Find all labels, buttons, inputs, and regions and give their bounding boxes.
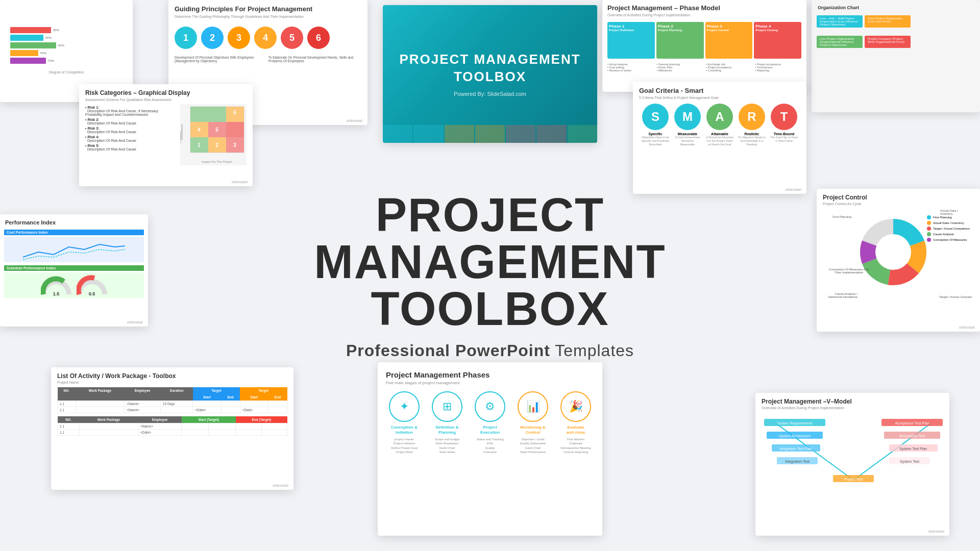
risk-item-4: • Risk 4: Description Of Risk And Cause: [85, 135, 175, 142]
donut-legend: Fine Planning Actual Data / Inventory Ta…: [927, 214, 970, 243]
phase-desc-1: project charterProject InitiationDefine …: [391, 437, 418, 455]
subtitle-bold: Professional PowerPoint: [346, 341, 550, 360]
phase-label-5: Evaluateand close: [567, 425, 585, 436]
cost-index-label: Cost Performance Index: [4, 230, 144, 235]
svg-text:Acceptance Test: Acceptance Test: [899, 434, 925, 438]
main-title: PROJECT MANAGEMENT TOOLBOX: [245, 191, 735, 332]
guiding-title: Guiding Principles For Project Managemen…: [168, 0, 368, 15]
perf-footer: slidesalad: [127, 320, 143, 324]
control-subtitle: Project Control As Cycle: [817, 202, 980, 209]
smart-t: T Time-Bound The Goal Has to Have a Time…: [770, 104, 798, 146]
smart-goals-slide[interactable]: Goal Criteria - Smart 5 Criteria That De…: [633, 82, 806, 194]
phase-desc-3: Status and TrackingKPIsQualityForecasts: [476, 437, 503, 455]
phase-model-subtitle: Overview of Activities During Project Im…: [602, 13, 806, 20]
vmodel-subtitle: Overview of Activities During Project Im…: [755, 406, 949, 414]
control-title: Project Control: [817, 189, 980, 202]
phase-3: Phase 3 Project Control: [705, 22, 753, 59]
phase-item-5: 🎉 Evaluateand close Post MortemCelebrate…: [557, 391, 595, 454]
table-row: 1.1<Date>: [58, 430, 287, 436]
smart-m: M Measurable A Goal Achievement Should b…: [674, 104, 702, 146]
bar-row: 70%: [10, 58, 122, 64]
smart-m-circle: M: [674, 104, 701, 130]
svg-rect-7: [190, 107, 208, 122]
risk-subtitle: Assessment Scheme For Qualitative Risk A…: [79, 98, 253, 104]
phase-bars: Phase 1 Project Definition Phase 2 Proje…: [602, 20, 806, 61]
svg-text:4: 4: [198, 127, 201, 133]
svg-text:1.5: 1.5: [53, 291, 60, 296]
bar-row: 55%: [10, 50, 122, 56]
phase-4: Phase 4 Project Closing: [754, 22, 801, 59]
svg-text:System Test: System Test: [900, 460, 919, 464]
smart-a-circle: A: [706, 104, 733, 130]
control-label-top: Fine Planning: [826, 215, 851, 218]
svg-text:Probability: Probability: [180, 131, 182, 143]
vmodel-title: Project Management –V–Model: [755, 393, 949, 406]
phase-circle-3: ⚙: [475, 391, 505, 422]
orgchart-slide[interactable]: Organization Chart Line – And – Staff Pr…: [812, 0, 980, 112]
risk-matrix: 1 2 3 4 5 6 Impact On The Project Occurr…: [180, 104, 247, 165]
performance-slide[interactable]: Performance Index Cost Performance Index…: [0, 214, 148, 327]
smart-subtitle: 5 Criteria That Define A Project Managem…: [633, 96, 806, 104]
phase-item-2: ⊞ Definition &Planning Scope and budgetW…: [428, 391, 467, 454]
hero-title: PROJECT MANAGEMENT TOOLBOX: [399, 51, 580, 86]
table-row: 1.1<Name><Date><Date>: [58, 407, 287, 413]
project-control-slide[interactable]: Project Control Project Control As Cycle…: [817, 189, 980, 332]
phase-desc-5: Post MortemCelebrateRetrospective Meetin…: [560, 437, 591, 455]
svg-text:Acceptance Test Plan: Acceptance Test Plan: [895, 421, 929, 425]
activity-footer: slidesalad: [273, 484, 288, 487]
svg-text:1: 1: [198, 142, 201, 148]
orgchart-boxes: Line – And – Staff Project Organization …: [812, 13, 980, 51]
vmodel-footer: slidesalad: [928, 530, 944, 533]
activity-title: List Of Activity / Work Package - Toolbo…: [51, 367, 293, 381]
col-dur: Duration: [160, 387, 192, 394]
guiding-subtitle: Determine The Guiding Philosophy Through…: [168, 15, 368, 22]
control-footer: slidesalad: [959, 325, 975, 329]
icon-6: 6: [307, 27, 330, 49]
smart-s-circle: S: [642, 104, 669, 130]
phase-circle-2: ⊞: [432, 391, 462, 422]
hero-bars: [383, 125, 597, 143]
bar-row: 90%: [10, 42, 122, 48]
phase-model-slide[interactable]: Project Management – Phase Model Overvie…: [602, 0, 806, 92]
svg-rect-8: [208, 107, 226, 122]
hero-slide[interactable]: PROJECT MANAGEMENT TOOLBOX Powered By: S…: [383, 5, 597, 143]
activity-subtitle: Project Name: [51, 381, 293, 387]
vmodel-slide[interactable]: Project Management –V–Model Overview of …: [755, 393, 949, 536]
subtitle-regular: Templates: [550, 341, 634, 360]
risk-categories-slide[interactable]: Risk Categories – Graphical Display Asse…: [79, 84, 253, 186]
svg-text:2: 2: [215, 142, 218, 148]
phases-bottom-title: Project Management Phases: [378, 362, 602, 381]
phase-circle-1: ✦: [389, 391, 420, 422]
activity-table-2: NO. Work Package Employee Start (Target)…: [57, 416, 287, 436]
hero-title-line1: PROJECT MANAGEMENT: [399, 51, 580, 68]
col-wp: Work Package: [76, 387, 125, 394]
svg-text:System Requirements: System Requirements: [777, 421, 813, 425]
icon-2: 2: [201, 27, 224, 49]
vmodel-diagram: System Requirements System Architecture …: [755, 414, 949, 490]
phase-circle-4: 📊: [518, 391, 548, 422]
svg-rect-6: [226, 122, 244, 137]
icon-3: 3: [228, 27, 250, 49]
perf-title: Performance Index: [0, 214, 148, 227]
title-line2: TOOLBOX: [245, 285, 735, 332]
phases-bottom-slide[interactable]: Project Management Phases Five main stag…: [378, 362, 602, 536]
main-title-area: PROJECT MANAGEMENT TOOLBOX Professional …: [245, 191, 735, 360]
phase-circle-5: 🎉: [560, 391, 591, 422]
svg-point-27: [876, 235, 911, 269]
col-end1: End: [221, 394, 240, 401]
risk-footer: slidesalad: [232, 180, 248, 184]
col-target2: Target: [240, 387, 287, 394]
activity-table: NO. Work Package Employee Duration Targe…: [57, 387, 287, 413]
risk-list: • Risk 1: Description Of Risk And Cause,…: [85, 104, 175, 165]
icon-5: 5: [281, 27, 303, 49]
smart-r-circle: R: [739, 104, 765, 130]
table-row: 1.1<Name>: [58, 423, 287, 430]
slidesalad-footer2: slidesalad: [347, 119, 362, 122]
smart-r: R Realistic To Objective Needs to be Ach…: [738, 104, 766, 146]
bar-row: 80%: [10, 27, 122, 33]
activity-slide[interactable]: List Of Activity / Work Package - Toolbo…: [51, 367, 293, 490]
phase-activities: • Actual analysis• Goal setting• Revisio…: [602, 61, 806, 74]
svg-text:5: 5: [215, 127, 218, 133]
col-start1: Start: [193, 394, 221, 401]
phase-model-title: Project Management – Phase Model: [602, 0, 806, 13]
